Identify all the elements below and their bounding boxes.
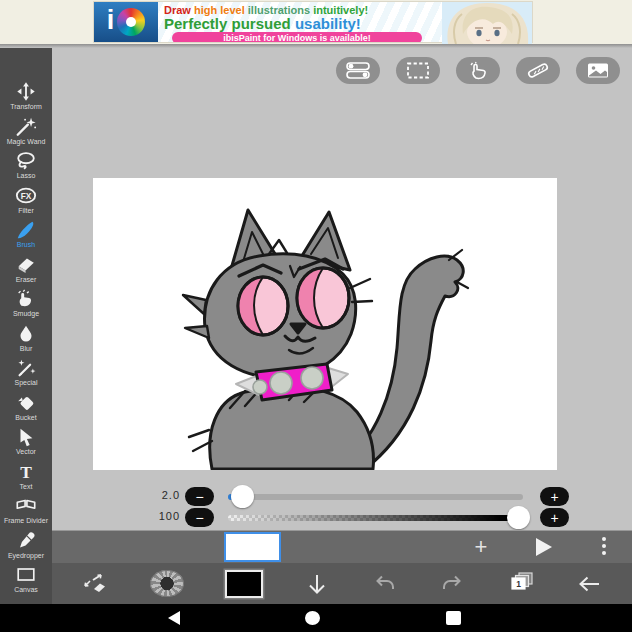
special-pen-icon (15, 357, 37, 378)
sidebar-item-text[interactable]: T Text (0, 461, 52, 496)
back-button[interactable] (577, 573, 603, 595)
canvas-icon (15, 564, 37, 585)
sidebar-item-label: Bucket (15, 414, 36, 422)
opacity-increase-button[interactable]: + (540, 508, 569, 527)
back-icon[interactable] (168, 611, 180, 625)
undo-icon (372, 573, 398, 595)
sidebar-item-magic-wand[interactable]: Magic Wand (0, 116, 52, 151)
down-arrow-icon (304, 573, 330, 595)
material-image-icon (585, 61, 611, 80)
workspace: 2.0 − + 100 − + + (52, 48, 632, 604)
recents-icon[interactable] (446, 611, 461, 625)
add-frame-button[interactable]: + (470, 533, 492, 561)
selection-settings-button[interactable] (336, 57, 380, 84)
drawing-canvas[interactable] (93, 178, 557, 470)
sidebar-item-label: Eraser (16, 276, 37, 284)
brush-size-decrease-button[interactable]: − (185, 487, 214, 506)
layer-thumbnail[interactable] (224, 532, 281, 562)
brush-size-value: 2.0 (136, 489, 180, 501)
sidebar-item-label: Special (15, 379, 38, 387)
cat-drawing (93, 178, 557, 470)
ad-character-image (442, 2, 532, 44)
sidebar-item-label: Blur (20, 345, 32, 353)
vector-icon (15, 426, 37, 447)
sidebar-item-bucket[interactable]: Bucket (0, 392, 52, 427)
layers-button[interactable]: 1 (506, 571, 536, 597)
ruler-icon (525, 61, 551, 80)
sidebar-item-special[interactable]: Special (0, 357, 52, 392)
sidebar-item-vector[interactable]: Vector (0, 426, 52, 461)
lasso-icon (15, 150, 37, 171)
play-button[interactable] (536, 538, 552, 556)
expand-down-button[interactable] (304, 573, 330, 595)
ad-banner: i Draw high level illustrations intuitiv… (0, 0, 632, 44)
logo-letter: i (107, 7, 115, 34)
eraser-icon (15, 254, 37, 275)
sidebar-item-lasso[interactable]: Lasso (0, 150, 52, 185)
app-body: Transform Magic Wand Lasso (0, 48, 632, 604)
toggle-settings-icon (345, 61, 371, 80)
swap-pen-eraser-button[interactable] (81, 572, 109, 596)
opacity-row: 100 − + (52, 506, 632, 530)
sidebar-item-label: Frame Divider (4, 517, 48, 525)
sidebar-item-frame-divider[interactable]: Frame Divider (0, 495, 52, 530)
redo-icon (439, 573, 465, 595)
sidebar-item-eyedropper[interactable]: Eyedropper (0, 530, 52, 565)
sidebar-item-label: Transform (10, 103, 42, 111)
sidebar-item-label: Vector (16, 448, 36, 456)
more-options-icon (602, 537, 606, 541)
sidebar-item-label: Lasso (17, 172, 36, 180)
ad-subheadline: Perfectly pursued usability! (164, 16, 440, 31)
sidebar-item-smudge[interactable]: Smudge (0, 288, 52, 323)
brush-preview-icon (150, 570, 184, 597)
hand-gesture-icon (465, 61, 491, 80)
color-swatch-button[interactable] (225, 570, 263, 598)
blur-icon (15, 323, 37, 344)
brush-size-slider[interactable] (228, 494, 523, 500)
bucket-icon (15, 392, 37, 413)
sidebar-item-blur[interactable]: Blur (0, 323, 52, 358)
magic-wand-icon (15, 116, 37, 137)
hand-tool-button[interactable] (456, 57, 500, 84)
sidebar-item-transform[interactable]: Transform (0, 81, 52, 116)
svg-text:T: T (20, 461, 32, 481)
redo-button[interactable] (439, 573, 465, 595)
select-rectangle-button[interactable] (396, 57, 440, 84)
smudge-icon (15, 288, 37, 309)
opacity-slider-thumb[interactable] (507, 506, 530, 529)
ibispaint-app-screen: i Draw high level illustrations intuitiv… (0, 0, 632, 632)
undo-button[interactable] (372, 573, 398, 595)
brush-size-increase-button[interactable]: + (540, 487, 569, 506)
sidebar-item-label: Magic Wand (7, 138, 46, 146)
material-button[interactable] (576, 57, 620, 84)
ruler-tool-button[interactable] (516, 57, 560, 84)
sidebar-item-eraser[interactable]: Eraser (0, 254, 52, 289)
sidebar-item-label: Filter (18, 207, 34, 215)
ad-banner-content[interactable]: i Draw high level illustrations intuitiv… (93, 1, 533, 43)
sidebar-item-canvas[interactable]: Canvas (0, 564, 52, 599)
frame-divider-icon (15, 495, 37, 516)
frame-bar: + (52, 530, 632, 563)
sidebar-item-label: Smudge (13, 310, 39, 318)
brush-preview-button[interactable] (150, 570, 184, 597)
swap-pen-eraser-icon (81, 572, 109, 596)
eyedropper-icon (15, 530, 37, 551)
sidebar-item-brush[interactable]: Brush (0, 219, 52, 254)
sidebar-item-label: Text (20, 483, 33, 491)
opacity-slider[interactable] (228, 515, 523, 521)
sidebar-item-label: Eyedropper (8, 552, 44, 560)
brush-icon (15, 219, 37, 240)
home-icon[interactable] (305, 611, 320, 625)
more-options-button[interactable] (602, 537, 606, 555)
sidebar-item-filter[interactable]: FX Filter (0, 185, 52, 220)
brush-size-slider-thumb[interactable] (231, 485, 254, 508)
ad-pill-banner[interactable]: ibisPaint for Windows is available! (172, 32, 422, 42)
select-rectangle-icon (405, 61, 431, 80)
sidebar-item-label: Canvas (14, 586, 38, 594)
opacity-value: 100 (136, 510, 180, 522)
current-color-swatch (225, 570, 263, 598)
bottom-toolbar: 1 (52, 563, 632, 604)
opacity-decrease-button[interactable]: − (185, 508, 214, 527)
color-wheel-logo-icon (117, 8, 145, 36)
back-arrow-icon (577, 573, 603, 595)
